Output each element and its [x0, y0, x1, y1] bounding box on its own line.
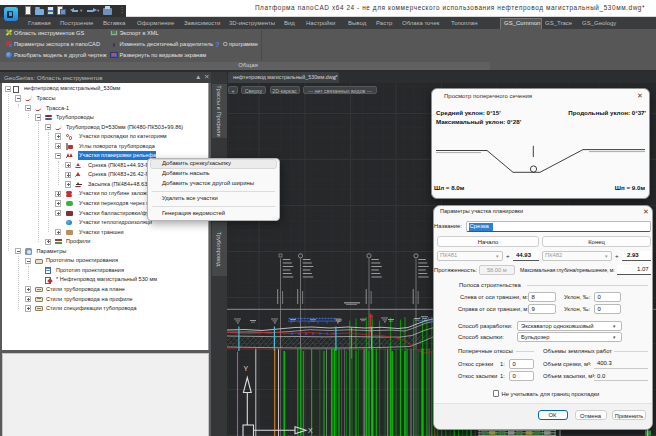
- svg-text:Y: Y: [244, 365, 249, 372]
- svg-text:X: X: [308, 427, 313, 434]
